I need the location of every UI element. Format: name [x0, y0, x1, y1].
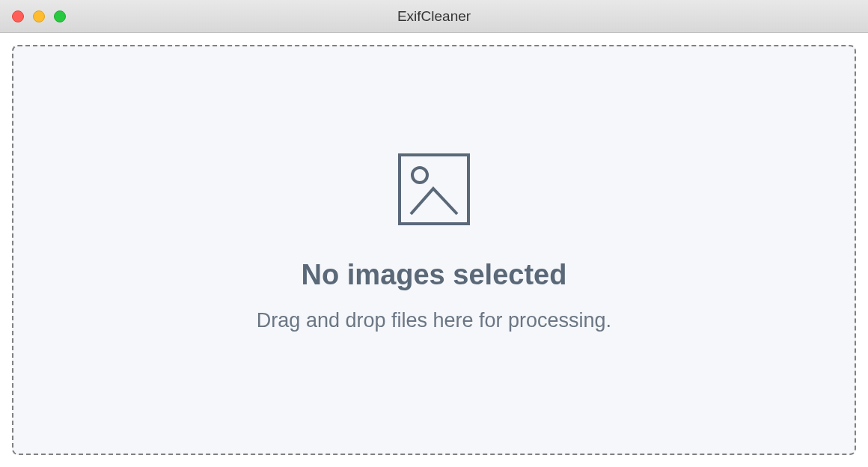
image-placeholder-icon [397, 153, 471, 229]
close-window-button[interactable] [12, 10, 24, 22]
maximize-window-button[interactable] [54, 10, 66, 22]
content-area: No images selected Drag and drop files h… [0, 33, 868, 467]
traffic-lights [0, 10, 66, 22]
file-dropzone[interactable]: No images selected Drag and drop files h… [12, 45, 856, 455]
svg-point-1 [412, 168, 427, 183]
minimize-window-button[interactable] [33, 10, 45, 22]
empty-state-subtext: Drag and drop files here for processing. [257, 309, 611, 332]
window-titlebar: ExifCleaner [0, 0, 868, 33]
window-title: ExifCleaner [397, 8, 471, 25]
empty-state-heading: No images selected [302, 259, 567, 291]
